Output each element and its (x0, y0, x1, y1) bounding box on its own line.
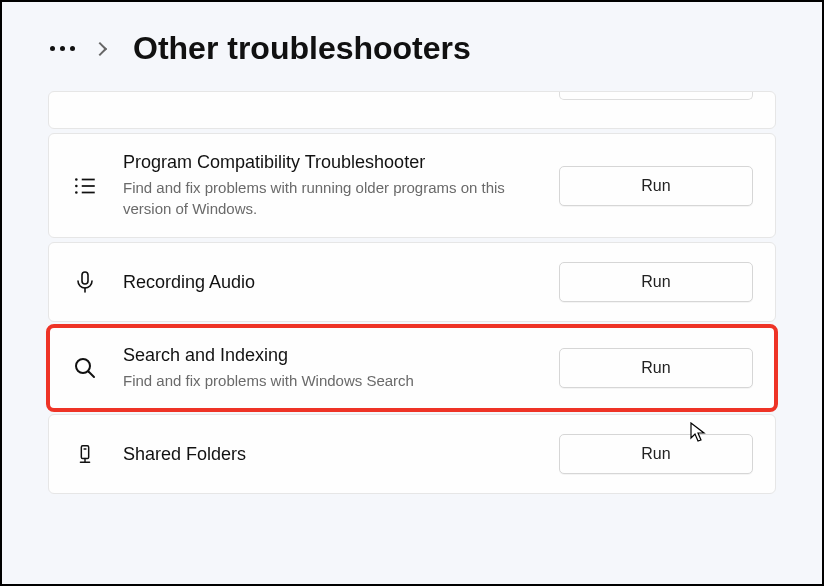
item-title: Search and Indexing (123, 345, 535, 366)
svg-rect-6 (82, 272, 88, 284)
run-button[interactable]: Run (559, 434, 753, 474)
chevron-right-icon (93, 41, 107, 55)
svg-point-0 (75, 178, 78, 181)
item-title: Program Compatibility Troubleshooter (123, 152, 535, 173)
server-icon (71, 440, 99, 468)
run-button[interactable]: Run (559, 348, 753, 388)
troubleshooter-item-program-compatibility: Program Compatibility Troubleshooter Fin… (48, 133, 776, 238)
partial-card (48, 91, 776, 129)
item-title: Shared Folders (123, 444, 535, 465)
item-description: Find and fix problems with Windows Searc… (123, 370, 535, 391)
svg-point-2 (75, 191, 78, 194)
list-icon (71, 172, 99, 200)
svg-line-9 (89, 372, 95, 378)
search-icon (71, 354, 99, 382)
svg-point-1 (75, 184, 78, 187)
troubleshooter-list: Program Compatibility Troubleshooter Fin… (2, 91, 822, 494)
ellipsis-icon[interactable] (50, 46, 75, 51)
microphone-icon (71, 268, 99, 296)
run-button[interactable]: Run (559, 262, 753, 302)
svg-rect-10 (81, 446, 88, 459)
troubleshooter-item-search-indexing: Search and Indexing Find and fix problem… (48, 326, 776, 410)
troubleshooter-item-recording-audio: Recording Audio Run (48, 242, 776, 322)
item-title: Recording Audio (123, 272, 535, 293)
breadcrumb-header: Other troubleshooters (2, 2, 822, 91)
page-title: Other troubleshooters (133, 30, 471, 67)
run-button[interactable]: Run (559, 166, 753, 206)
partial-run-button[interactable] (559, 92, 753, 100)
troubleshooter-item-shared-folders: Shared Folders Run (48, 414, 776, 494)
item-description: Find and fix problems with running older… (123, 177, 535, 219)
